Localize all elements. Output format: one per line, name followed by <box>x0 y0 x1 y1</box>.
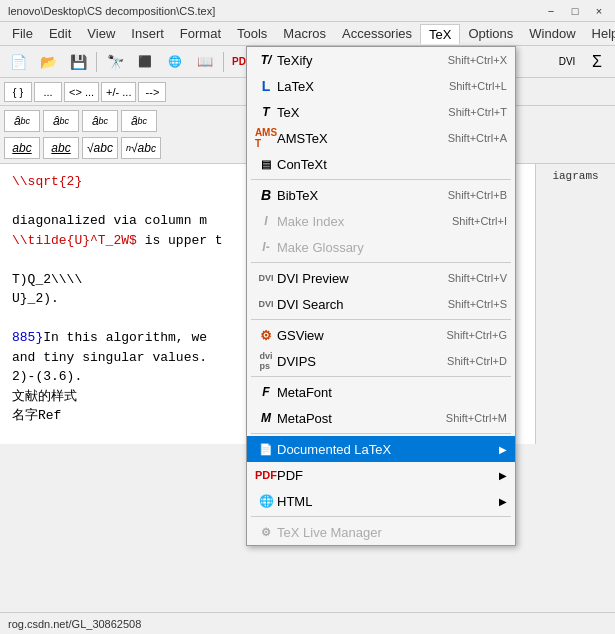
preview-button[interactable]: ⬛ <box>131 49 159 75</box>
metapost-icon: M <box>255 411 277 425</box>
maximize-button[interactable]: □ <box>567 3 583 19</box>
sqrt-btn[interactable]: √abc <box>82 137 118 159</box>
menu-insert[interactable]: Insert <box>123 24 172 43</box>
dvisearch-shortcut: Shift+Ctrl+S <box>448 298 507 310</box>
tex-dropdown-menu: T/ TeXify Shift+Ctrl+X L LaTeX Shift+Ctr… <box>246 46 516 546</box>
sep2 <box>223 52 224 72</box>
amstex-shortcut: Shift+Ctrl+A <box>448 132 507 144</box>
menu-bar: File Edit View Insert Format Tools Macro… <box>0 22 615 46</box>
menu-dvips[interactable]: dvips DVIPS Shift+Ctrl+D <box>247 348 515 374</box>
sep6 <box>251 516 511 517</box>
menu-dvisearch[interactable]: DVI DVI Search Shift+Ctrl+S <box>247 291 515 317</box>
close-button[interactable]: × <box>591 3 607 19</box>
title-bar: lenovo\Desktop\CS decomposition\CS.tex] … <box>0 0 615 22</box>
doclatex-arrow: ▶ <box>499 444 507 455</box>
makeindex-label: Make Index <box>277 214 444 229</box>
compare-btn[interactable]: <> ... <box>64 82 99 102</box>
tex-shortcut: Shift+Ctrl+T <box>448 106 507 118</box>
bibtex-label: BibTeX <box>277 188 440 203</box>
save-button[interactable]: 💾 <box>64 49 92 75</box>
menu-window[interactable]: Window <box>521 24 583 43</box>
minimize-button[interactable]: − <box>543 3 559 19</box>
menu-context[interactable]: ▤ ConTeXt <box>247 151 515 177</box>
menu-doclatex[interactable]: 📄 Documented LaTeX ▶ <box>247 436 515 462</box>
texify-label: TeXify <box>277 53 440 68</box>
dvipreview-label: DVI Preview <box>277 271 440 286</box>
window-controls: − □ × <box>543 3 607 19</box>
menu-help[interactable]: Help <box>584 24 615 43</box>
menu-dvipreview[interactable]: DVI DVI Preview Shift+Ctrl+V <box>247 265 515 291</box>
html-arrow: ▶ <box>499 496 507 507</box>
menu-texlive[interactable]: ⚙ TeX Live Manager <box>247 519 515 545</box>
context-label: ConTeXt <box>277 157 499 172</box>
hat-abc1[interactable]: âbc <box>4 110 40 132</box>
menu-view[interactable]: View <box>79 24 123 43</box>
plusminus-btn[interactable]: +/- ... <box>101 82 136 102</box>
menu-edit[interactable]: Edit <box>41 24 79 43</box>
makeglossary-label: Make Glossary <box>277 240 507 255</box>
menu-metapost[interactable]: M MetaPost Shift+Ctrl+M <box>247 405 515 431</box>
texlive-label: TeX Live Manager <box>277 525 507 540</box>
menu-accessories[interactable]: Accessories <box>334 24 420 43</box>
menu-tex[interactable]: TeX <box>420 24 460 44</box>
nroot-btn[interactable]: n√abc <box>121 137 161 159</box>
menu-pdf[interactable]: PDF PDF ▶ <box>247 462 515 488</box>
italic-abc1[interactable]: abc <box>4 137 40 159</box>
pdf-arrow: ▶ <box>499 470 507 481</box>
menu-amstex[interactable]: AMST AMSTeX Shift+Ctrl+A <box>247 125 515 151</box>
menu-gsview[interactable]: ⚙ GSView Shift+Ctrl+G <box>247 322 515 348</box>
texlive-icon: ⚙ <box>255 526 277 539</box>
amstex-label: AMSTeX <box>277 131 440 146</box>
texify-icon: T/ <box>255 53 277 67</box>
dvi-button[interactable]: DVI <box>553 49 581 75</box>
doclatex-icon: 📄 <box>255 443 277 456</box>
status-bar: rog.csdn.net/GL_30862508 <box>0 612 615 634</box>
menu-options[interactable]: Options <box>460 24 521 43</box>
makeindex-icon: I <box>255 214 277 228</box>
menu-texify[interactable]: T/ TeXify Shift+Ctrl+X <box>247 47 515 73</box>
doclatex-label: Documented LaTeX <box>277 442 495 457</box>
menu-tex-item[interactable]: T TeX Shift+Ctrl+T <box>247 99 515 125</box>
menu-latex[interactable]: L LaTeX Shift+Ctrl+L <box>247 73 515 99</box>
gsview-shortcut: Shift+Ctrl+G <box>446 329 507 341</box>
metafont-icon: F <box>255 385 277 399</box>
menu-metafont[interactable]: F MetaFont <box>247 379 515 405</box>
italic-abc2[interactable]: abc <box>43 137 79 159</box>
spell-button[interactable]: 📖 <box>191 49 219 75</box>
menu-format[interactable]: Format <box>172 24 229 43</box>
pdf-icon: PDF <box>255 469 277 481</box>
open-button[interactable]: 📂 <box>34 49 62 75</box>
menu-makeglossary[interactable]: I- Make Glossary <box>247 234 515 260</box>
menu-bibtex[interactable]: B BibTeX Shift+Ctrl+B <box>247 182 515 208</box>
texify-shortcut: Shift+Ctrl+X <box>448 54 507 66</box>
hat-abc4[interactable]: âbc <box>121 110 157 132</box>
bibtex-icon: B <box>255 187 277 203</box>
makeindex-shortcut: Shift+Ctrl+I <box>452 215 507 227</box>
dvipreview-icon: DVI <box>255 273 277 283</box>
amstex-icon: AMST <box>255 127 277 149</box>
tex-icon: T <box>255 105 277 119</box>
new-button[interactable]: 📄 <box>4 49 32 75</box>
arrow-btn[interactable]: --> <box>138 82 166 102</box>
menu-macros[interactable]: Macros <box>275 24 334 43</box>
menu-file[interactable]: File <box>4 24 41 43</box>
latex-shortcut: Shift+Ctrl+L <box>449 80 507 92</box>
status-text: rog.csdn.net/GL_30862508 <box>8 618 141 630</box>
menu-makeindex[interactable]: I Make Index Shift+Ctrl+I <box>247 208 515 234</box>
tex-label: TeX <box>277 105 440 120</box>
menu-html[interactable]: 🌐 HTML ▶ <box>247 488 515 514</box>
ellipsis-btn[interactable]: ... <box>34 82 62 102</box>
pdf-label: PDF <box>277 468 495 483</box>
hat-abc2[interactable]: âbc <box>43 110 79 132</box>
menu-tools[interactable]: Tools <box>229 24 275 43</box>
browse-button[interactable]: 🌐 <box>161 49 189 75</box>
metapost-shortcut: Shift+Ctrl+M <box>446 412 507 424</box>
sigma-button[interactable]: Σ <box>583 49 611 75</box>
hat-abc3[interactable]: âbc <box>82 110 118 132</box>
sep1 <box>96 52 97 72</box>
latex-label: LaTeX <box>277 79 441 94</box>
dvips-icon: dvips <box>255 351 277 371</box>
dvipreview-shortcut: Shift+Ctrl+V <box>448 272 507 284</box>
braces-btn[interactable]: { } <box>4 82 32 102</box>
print-button[interactable]: 🔭 <box>101 49 129 75</box>
